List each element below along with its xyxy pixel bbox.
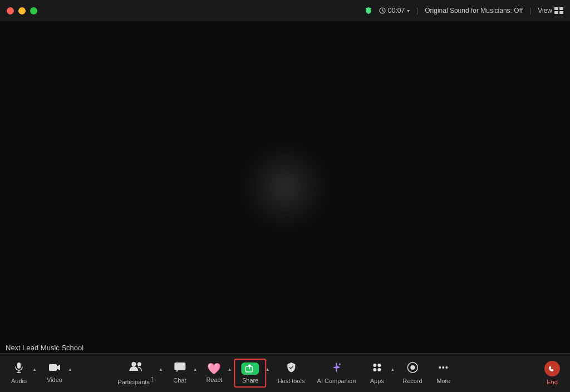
title-bar-right: 00:07 ▾ | Original Sound for Musicians: … [365, 7, 563, 14]
svg-point-13 [339, 364, 341, 365]
shield-icon [365, 7, 372, 14]
svg-point-20 [439, 366, 441, 369]
react-icon: 🩷 [207, 363, 221, 374]
participants-label: Participants1 [117, 376, 154, 385]
meeting-area [0, 21, 570, 353]
svg-rect-11 [174, 362, 185, 370]
end-phone-svg [548, 364, 557, 373]
toolbar-left: Audio ▲ Video ▲ [4, 358, 73, 388]
react-group: 🩷 React ▲ [200, 360, 233, 386]
record-label: Record [402, 378, 422, 384]
svg-rect-2 [559, 7, 563, 10]
chat-button[interactable]: Chat [165, 359, 194, 387]
divider2: | [529, 7, 531, 14]
svg-rect-5 [17, 362, 21, 369]
participant-count: 1 [151, 376, 154, 383]
svg-rect-8 [49, 364, 57, 371]
shield-check-svg [285, 361, 297, 374]
audio-group: Audio ▲ [4, 358, 38, 388]
meeting-room-label: Next Lead Music School [6, 344, 83, 352]
divider: | [416, 7, 418, 14]
more-button[interactable]: More [429, 358, 458, 388]
view-button[interactable]: View [538, 7, 563, 14]
video-group: Video ▲ [40, 359, 73, 386]
more-label: More [436, 378, 450, 384]
sparkle-svg [330, 361, 342, 374]
maximize-button[interactable] [30, 7, 37, 14]
share-icon-bg [242, 362, 259, 375]
ai-companion-button[interactable]: AI Companion [312, 358, 362, 388]
timer-chevron[interactable]: ▾ [407, 8, 410, 14]
title-bar: 00:07 ▾ | Original Sound for Musicians: … [0, 0, 570, 21]
record-icon [406, 361, 419, 375]
svg-point-16 [373, 368, 376, 371]
traffic-lights [7, 7, 37, 14]
toolbar-right: End [539, 357, 566, 389]
chat-group: Chat ▲ [165, 359, 199, 387]
host-tools-label: Host tools [278, 378, 305, 384]
participants-button[interactable]: Participants1 [112, 357, 160, 389]
ai-companion-icon [330, 361, 342, 375]
react-label: React [206, 376, 222, 383]
record-svg [406, 361, 419, 374]
apps-group: Apps ▲ [362, 358, 396, 388]
close-button[interactable] [7, 7, 14, 14]
timer-section[interactable]: 00:07 ▾ [379, 7, 410, 14]
svg-point-19 [410, 365, 415, 370]
apps-label: Apps [370, 378, 384, 384]
more-svg [438, 361, 450, 374]
participants-svg [129, 361, 143, 372]
svg-rect-12 [246, 366, 253, 372]
share-label: Share [242, 377, 258, 384]
react-button[interactable]: 🩷 React [200, 360, 229, 386]
svg-point-14 [373, 364, 376, 367]
toolbar: Audio ▲ Video ▲ [0, 353, 570, 392]
participants-icon [129, 361, 143, 374]
microphone-icon [13, 361, 25, 375]
video-button[interactable]: Video [40, 359, 69, 386]
ai-companion-label: AI Companion [317, 378, 356, 384]
chat-label: Chat [173, 377, 186, 384]
room-name: Next Lead Music School [6, 344, 83, 352]
mic-svg [13, 361, 25, 374]
svg-point-22 [446, 366, 448, 369]
participant-glow [235, 137, 335, 237]
chat-svg [174, 362, 186, 373]
camera-icon [48, 362, 61, 374]
more-icon [438, 361, 450, 375]
share-button[interactable]: Share [234, 359, 267, 388]
svg-rect-4 [559, 11, 563, 14]
svg-point-21 [443, 366, 445, 369]
participants-group: Participants1 ▲ [112, 357, 164, 389]
record-button[interactable]: Record [397, 358, 428, 388]
host-tools-icon [285, 361, 297, 375]
video-label: Video [47, 376, 62, 383]
minimize-button[interactable] [18, 7, 26, 14]
grid-icon [554, 7, 563, 14]
audio-label: Audio [11, 378, 27, 384]
svg-point-9 [131, 362, 136, 366]
sound-label[interactable]: Original Sound for Musicians: Off [425, 7, 523, 14]
end-button[interactable]: End [539, 357, 566, 389]
end-icon [544, 361, 560, 376]
share-group: Share ▲ [234, 359, 271, 388]
view-label: View [538, 7, 552, 14]
share-icon [245, 364, 255, 373]
audio-button[interactable]: Audio [4, 358, 33, 388]
svg-point-15 [377, 364, 381, 367]
host-tools-button[interactable]: Host tools [272, 358, 311, 388]
svg-rect-1 [554, 7, 558, 10]
apps-button[interactable]: Apps [362, 358, 391, 388]
camera-svg [48, 362, 61, 373]
timer-display: 00:07 [388, 7, 405, 14]
clock-icon [379, 7, 386, 14]
svg-rect-3 [554, 11, 558, 14]
security-badge[interactable] [365, 7, 372, 14]
toolbar-center: Participants1 ▲ Chat ▲ 🩷 Rea [112, 357, 458, 389]
svg-point-17 [377, 368, 381, 371]
svg-point-10 [137, 362, 141, 366]
chat-icon [174, 362, 186, 375]
apps-svg [371, 361, 383, 374]
end-label: End [547, 379, 558, 385]
apps-icon [371, 361, 383, 375]
